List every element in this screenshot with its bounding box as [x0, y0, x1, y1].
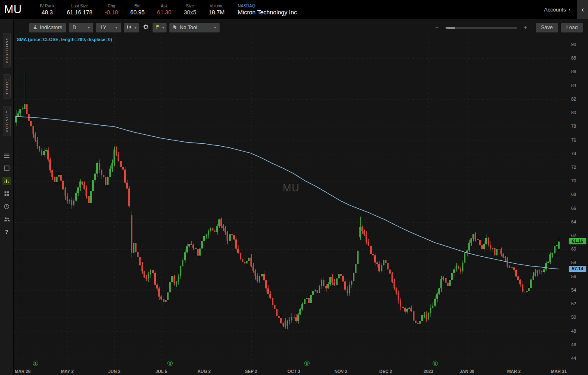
y-axis-label: 84 [571, 83, 576, 88]
stat-value: 48.3 [42, 9, 53, 16]
chart-canvas[interactable] [14, 34, 569, 368]
last-price-badge: 61.16 [569, 238, 586, 244]
grid-icon[interactable] [2, 190, 11, 198]
study-label[interactable]: SMA (price=CLOSE, length=200, displace=0… [17, 37, 112, 42]
symbol-title: MU [4, 3, 22, 16]
y-axis-label: 88 [571, 55, 576, 60]
sidebar-tab-activity[interactable]: ACTIVITY [3, 106, 11, 136]
x-axis-label: MAR 2 [507, 369, 521, 374]
timeframe-dropdown[interactable]: D ▾ [69, 23, 93, 32]
tool-dropdown[interactable]: No Tool ▾ [169, 23, 220, 32]
gear-icon [143, 24, 149, 32]
indicators-flask-icon [33, 25, 37, 31]
y-axis-label: 72 [571, 165, 576, 170]
load-button[interactable]: Load [561, 23, 583, 32]
stat-value: 60.95 [130, 9, 145, 16]
sidebar-tab-trade[interactable]: TRADE [3, 74, 11, 99]
indicators-label: Indicators [40, 25, 62, 30]
watchlist-icon[interactable] [2, 164, 11, 173]
cursor-icon [173, 24, 177, 31]
x-axis-label: SEP 2 [245, 369, 257, 374]
history-clock-icon[interactable] [2, 202, 11, 211]
x-axis-label: AUG 2 [197, 369, 211, 374]
zoom-slider-handle[interactable] [446, 27, 455, 29]
y-axis-label: 82 [571, 97, 576, 101]
range-dropdown[interactable]: 1Y ▾ [96, 23, 121, 32]
collapse-panel-button[interactable]: ‹ [577, 0, 588, 19]
save-button[interactable]: Save [536, 23, 558, 32]
range-value: 1Y [100, 25, 106, 30]
x-axis-label: OCT 3 [287, 369, 300, 374]
sma-price-badge: 57.14 [569, 266, 586, 272]
tab-label: ACTIVITY [5, 110, 9, 132]
y-axis-label: 76 [571, 138, 576, 143]
dividend-marker[interactable]: $ [33, 361, 38, 366]
candlestick-icon [126, 25, 132, 31]
y-axis-label: 66 [571, 206, 576, 211]
y-axis-label: 86 [571, 69, 576, 74]
chevron-down-icon: ▾ [116, 25, 118, 30]
stat-value: 61.30 [157, 9, 171, 16]
chart-area: SMA (price=CLOSE, length=200, displace=0… [14, 34, 588, 375]
accounts-dropdown[interactable]: Accounts ▾ [544, 7, 570, 13]
stat-label: Chg [108, 3, 115, 9]
body-row: POSITIONS TRADE ACTIVITY [0, 19, 588, 375]
y-axis-label: 44 [571, 356, 576, 361]
company-name: Micron Technology Inc [238, 9, 297, 16]
y-axis-label: 54 [571, 288, 576, 292]
dividend-marker[interactable]: $ [433, 361, 438, 366]
chart-panel: Indicators D ▾ 1Y ▾ ▾ [14, 19, 588, 375]
list-icon[interactable] [2, 152, 11, 160]
chart-plot[interactable]: SMA (price=CLOSE, length=200, displace=0… [14, 34, 569, 368]
stat-last-size: Last Size 61.16 178 [67, 3, 93, 16]
zoom-slider[interactable] [445, 27, 517, 29]
y-axis-label: 48 [571, 329, 576, 334]
dividend-marker[interactable]: $ [304, 361, 310, 366]
drawing-flag-dropdown[interactable]: ▾ [153, 23, 167, 32]
x-axis-label: JUN 2 [108, 369, 120, 374]
y-axis-label: 52 [571, 301, 576, 306]
x-axis-label: JAN 30 [460, 369, 475, 374]
y-axis-label: 78 [571, 124, 576, 129]
stat-value: 18.7M [208, 9, 225, 16]
chart-settings-button[interactable] [142, 24, 150, 32]
stat-label: Size [186, 3, 194, 9]
stat-label: Ask [161, 3, 168, 9]
timeframe-value: D [72, 25, 76, 30]
zoom-in-button[interactable]: + [524, 24, 527, 31]
chevron-down-icon: ▾ [162, 25, 164, 30]
x-axis-label: JUL 5 [155, 369, 167, 374]
y-axis-label: 90 [571, 42, 576, 47]
indicators-button[interactable]: Indicators [29, 23, 66, 32]
flag-icon [155, 25, 160, 31]
sidebar-tab-positions[interactable]: POSITIONS [3, 33, 11, 67]
x-axis-label: DEC 2 [380, 369, 392, 374]
stat-label: IV Rank [40, 3, 55, 9]
chevron-down-icon: ▾ [214, 25, 216, 30]
stat-chg: Chg -0.18 [105, 3, 118, 16]
x-axis-label: MAR 31 [551, 369, 567, 374]
stat-size: Size 30x5 [184, 3, 196, 16]
sidebar: POSITIONS TRADE ACTIVITY [0, 19, 14, 375]
stat-label: Last Size [71, 3, 88, 9]
stat-bid: Bid 60.95 [130, 3, 145, 16]
time-axis[interactable]: MAR 28MAY 2JUN 2JUL 5AUG 2SEP 2OCT 3NOV … [14, 368, 569, 375]
stat-value: -0.18 [105, 9, 118, 16]
stat-value: 61.16 178 [67, 9, 93, 16]
stat-iv-rank: IV Rank 48.3 [40, 3, 55, 16]
y-axis-label: 70 [571, 178, 576, 183]
people-icon[interactable] [2, 215, 11, 223]
tool-label: No Tool [180, 25, 197, 30]
y-axis-label: 60 [571, 246, 576, 251]
help-icon[interactable]: ? [2, 228, 11, 236]
price-axis[interactable]: 61.16 57.14 4446485052545658606264666870… [569, 34, 588, 368]
y-axis-label: 62 [571, 233, 576, 238]
stat-label: Bid [134, 3, 140, 9]
zoom-out-button[interactable]: − [435, 24, 438, 31]
chart-type-dropdown[interactable]: ▾ [124, 23, 139, 32]
chart-icon[interactable] [2, 177, 11, 185]
x-axis-label: MAR 28 [15, 369, 31, 374]
chevron-down-icon: ▾ [88, 25, 90, 30]
load-label: Load [566, 25, 578, 30]
app-window: MU IV Rank 48.3 Last Size 61.16 178 Chg … [0, 0, 588, 375]
